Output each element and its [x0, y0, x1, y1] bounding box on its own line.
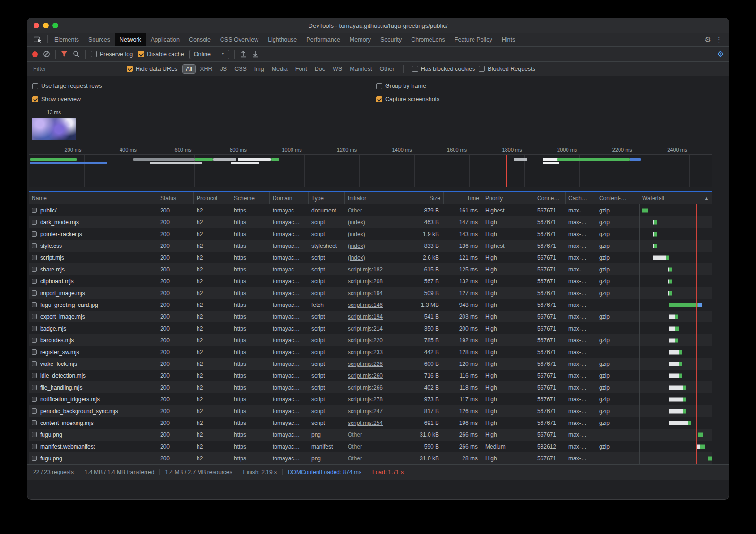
type-filter-xhr[interactable]: XHR	[197, 64, 215, 74]
tab-hints[interactable]: Hints	[497, 33, 520, 46]
search-icon[interactable]	[73, 51, 80, 58]
type-filter-img[interactable]: Img	[251, 64, 267, 74]
initiator-link[interactable]: script.mjs:254	[348, 420, 383, 426]
group-by-frame-checkbox[interactable]: Group by frame	[376, 83, 426, 89]
initiator-link[interactable]: script.mjs:260	[348, 373, 383, 379]
tab-security[interactable]: Security	[376, 33, 406, 46]
initiator-link[interactable]: script.mjs:208	[348, 278, 383, 285]
table-row[interactable]: import_image.mjs 200 h2 https tomayac… s…	[29, 287, 712, 299]
column-header-domain[interactable]: Domain	[270, 192, 309, 204]
table-row[interactable]: content_indexing.mjs 200 h2 https tomaya…	[29, 417, 712, 429]
table-row[interactable]: fugu.png 200 h2 https tomayac… png Other…	[29, 452, 712, 464]
column-header-scheme[interactable]: Scheme	[231, 192, 270, 204]
more-menu-icon[interactable]: ⋮	[713, 36, 725, 43]
capture-screenshots-checkbox[interactable]: Capture screenshots	[376, 96, 439, 102]
type-filter-all[interactable]: All	[182, 64, 196, 74]
table-row[interactable]: register_sw.mjs 200 h2 https tomayac… sc…	[29, 346, 712, 358]
table-row[interactable]: idle_detection.mjs 200 h2 https tomayac……	[29, 370, 712, 381]
tab-css-overview[interactable]: CSS Overview	[215, 33, 263, 46]
table-row[interactable]: share.mjs 200 h2 https tomayac… script s…	[29, 263, 712, 275]
table-row[interactable]: dark_mode.mjs 200 h2 https tomayac… scri…	[29, 216, 712, 228]
column-header-size[interactable]: Size	[404, 192, 444, 204]
table-row[interactable]: script.mjs 200 h2 https tomayac… script …	[29, 252, 712, 263]
column-header-status[interactable]: Status	[157, 192, 194, 204]
column-header-cache[interactable]: Cach…	[566, 192, 596, 204]
tab-feature-policy[interactable]: Feature Policy	[450, 33, 497, 46]
zoom-window-button[interactable]	[52, 23, 58, 28]
use-large-request-rows-checkbox[interactable]: Use large request rows	[32, 83, 102, 89]
initiator-link[interactable]: script.mjs:233	[348, 349, 383, 356]
export-har-icon[interactable]	[252, 51, 258, 58]
table-row[interactable]: wake_lock.mjs 200 h2 https tomayac… scri…	[29, 358, 712, 370]
column-header-name[interactable]: Name	[29, 192, 157, 204]
column-header-protocol[interactable]: Protocol	[194, 192, 231, 204]
record-icon[interactable]	[32, 51, 38, 57]
column-header-content-encoding[interactable]: Content-…	[596, 192, 639, 204]
table-row[interactable]: pointer-tracker.js 200 h2 https tomayac……	[29, 228, 712, 240]
initiator-link[interactable]: script.mjs:220	[348, 337, 383, 344]
column-header-type[interactable]: Type	[309, 192, 345, 204]
table-row[interactable]: public/ 200 h2 https tomayac… document O…	[29, 204, 712, 216]
table-row[interactable]: fugu.png 200 h2 https tomayac… png Other…	[29, 429, 712, 441]
column-header-priority[interactable]: Priority	[482, 192, 534, 204]
initiator-link[interactable]: script.mjs:278	[348, 396, 383, 403]
column-header-time[interactable]: Time	[444, 192, 482, 204]
initiator-link[interactable]: (index)	[348, 231, 365, 237]
type-filter-other[interactable]: Other	[376, 64, 397, 74]
initiator-link[interactable]: (index)	[348, 254, 365, 261]
network-settings-gear-icon[interactable]: ⚙	[717, 51, 724, 58]
initiator-link[interactable]: script.mjs:247	[348, 408, 383, 415]
settings-gear-icon[interactable]: ⚙	[705, 36, 711, 43]
table-row[interactable]: file_handling.mjs 200 h2 https tomayac… …	[29, 381, 712, 393]
filter-input[interactable]	[32, 65, 123, 73]
tab-chromelens[interactable]: ChromeLens	[406, 33, 450, 46]
type-filter-ws[interactable]: WS	[329, 64, 345, 74]
initiator-link[interactable]: (index)	[348, 243, 365, 249]
overview-timeline[interactable]: 200 ms400 ms600 ms800 ms1000 ms1200 ms14…	[29, 146, 712, 187]
throttling-dropdown[interactable]: Online ▼	[189, 50, 229, 59]
screenshot-thumbnail[interactable]	[32, 118, 76, 140]
type-filter-doc[interactable]: Doc	[311, 64, 328, 74]
table-row[interactable]: style.css 200 h2 https tomayac… styleshe…	[29, 240, 712, 252]
type-filter-font[interactable]: Font	[292, 64, 310, 74]
type-filter-css[interactable]: CSS	[231, 64, 250, 74]
preserve-log-checkbox[interactable]: Preserve log	[91, 51, 133, 58]
blocked-requests-checkbox[interactable]: Blocked Requests	[479, 66, 535, 72]
table-row[interactable]: periodic_background_sync.mjs 200 h2 http…	[29, 405, 712, 417]
tab-sources[interactable]: Sources	[84, 33, 115, 46]
column-header-waterfall[interactable]: Waterfall ▲	[639, 192, 712, 204]
type-filter-js[interactable]: JS	[217, 64, 231, 74]
table-row[interactable]: notification_triggers.mjs 200 h2 https t…	[29, 393, 712, 405]
table-row[interactable]: clipboard.mjs 200 h2 https tomayac… scri…	[29, 275, 712, 287]
import-har-icon[interactable]	[240, 51, 247, 58]
table-row[interactable]: fugu_greeting_card.jpg 200 h2 https toma…	[29, 299, 712, 311]
inspect-element-button[interactable]	[30, 33, 45, 46]
clear-icon[interactable]	[43, 51, 50, 58]
tab-network[interactable]: Network	[115, 33, 146, 46]
initiator-link[interactable]: script.mjs:194	[348, 290, 383, 297]
initiator-link[interactable]: script.mjs:182	[348, 266, 383, 273]
initiator-link[interactable]: script.mjs:146	[348, 302, 383, 308]
close-window-button[interactable]	[34, 23, 39, 28]
table-row[interactable]: badge.mjs 200 h2 https tomayac… script s…	[29, 322, 712, 334]
table-row[interactable]: manifest.webmanifest 200 h2 https tomaya…	[29, 441, 712, 452]
type-filter-media[interactable]: Media	[268, 64, 291, 74]
table-row[interactable]: export_image.mjs 200 h2 https tomayac… s…	[29, 311, 712, 322]
column-header-initiator[interactable]: Initiator	[345, 192, 404, 204]
initiator-link[interactable]: script.mjs:266	[348, 384, 383, 391]
has-blocked-cookies-checkbox[interactable]: Has blocked cookies	[412, 66, 475, 72]
filter-funnel-icon[interactable]	[61, 51, 68, 57]
hide-data-urls-checkbox[interactable]: Hide data URLs	[127, 66, 177, 72]
tab-console[interactable]: Console	[184, 33, 215, 46]
initiator-link[interactable]: script.mjs:194	[348, 314, 383, 320]
tab-lighthouse[interactable]: Lighthouse	[263, 33, 301, 46]
initiator-link[interactable]: script.mjs:226	[348, 361, 383, 367]
table-row[interactable]: barcodes.mjs 200 h2 https tomayac… scrip…	[29, 334, 712, 346]
tab-application[interactable]: Application	[146, 33, 184, 46]
minimize-window-button[interactable]	[43, 23, 49, 28]
type-filter-manifest[interactable]: Manifest	[346, 64, 375, 74]
tab-performance[interactable]: Performance	[301, 33, 345, 46]
show-overview-checkbox[interactable]: Show overview	[32, 96, 81, 102]
disable-cache-checkbox[interactable]: Disable cache	[138, 51, 184, 58]
tab-memory[interactable]: Memory	[345, 33, 376, 46]
